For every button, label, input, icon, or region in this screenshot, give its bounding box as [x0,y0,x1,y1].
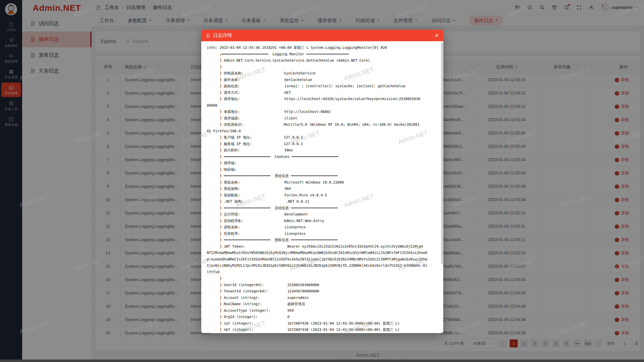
close-icon[interactable]: ✕ [435,33,439,38]
modal-scrollbar[interactable] [441,43,443,264]
log-detail-modal: 日志详情 ✕ info: 2023-01-04 12:55:36.1516291… [201,30,443,333]
modal-title: 日志详情 [213,32,232,39]
app-root: 工作台业务测试系统管理平台管理日志管理开发工具帮助文档 Admin.NET 访问… [0,0,644,362]
modal-header: 日志详情 ✕ [201,30,443,41]
modal-body: info: 2023-01-04 12:55:36.1516291 +08:00… [201,41,443,333]
document-icon [206,33,210,38]
log-detail-text: info: 2023-01-04 12:55:36.1516291 +08:00… [201,41,443,333]
